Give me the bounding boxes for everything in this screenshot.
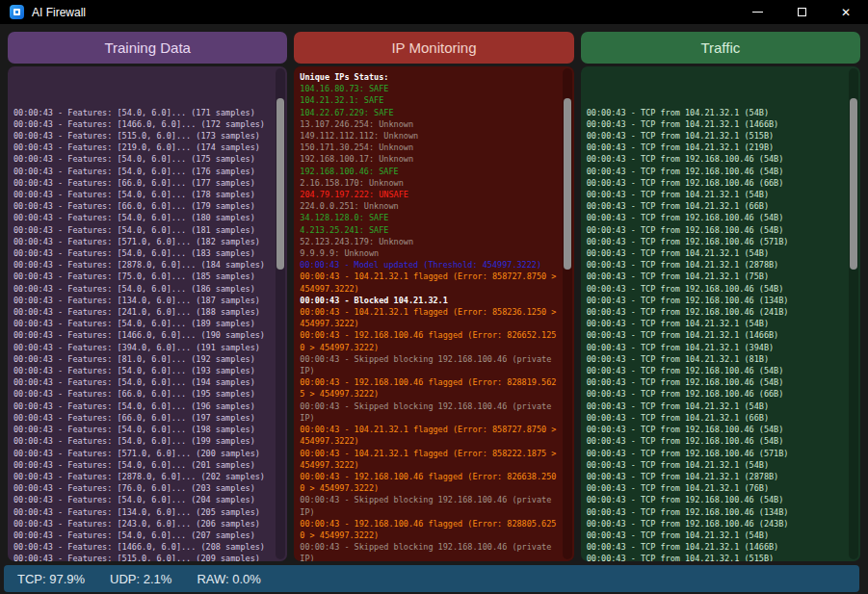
- log-line: 00:00:43 - Features: [54.0, 6.0]... (201…: [13, 459, 272, 471]
- log-line: 00:00:43 - TCP from 192.168.100.46 (54B): [587, 424, 845, 435]
- log-line: 00:00:43 - TCP from 104.21.32.1 (66B): [587, 200, 845, 212]
- training-data-log[interactable]: 00:00:43 - Features: [54.0, 6.0]... (171…: [8, 66, 287, 561]
- log-line: 00:00:43 - 192.168.100.46 flagged (Error…: [300, 518, 558, 541]
- log-line: 00:00:43 - Features: [54.0, 6.0]... (180…: [13, 212, 272, 223]
- ip-scrollbar-thumb[interactable]: [564, 98, 571, 271]
- log-line: 00:00:43 - Features: [241.0, 6.0]... (18…: [13, 306, 272, 318]
- log-line: 00:00:43 - Features: [54.0, 6.0]... (175…: [13, 153, 272, 165]
- log-line: 00:00:43 - TCP from 104.21.32.1 (219B): [587, 142, 845, 153]
- log-line: 00:00:43 - TCP from 192.168.100.46 (134B…: [587, 506, 845, 518]
- log-line: 00:00:43 - Features: [54.0, 6.0]... (196…: [13, 400, 272, 412]
- log-line: 00:00:43 - Features: [54.0, 6.0]... (189…: [13, 318, 272, 329]
- log-line: 00:00:43 - TCP from 104.21.32.1 (81B): [587, 353, 845, 365]
- log-line: 00:00:43 - TCP from 192.168.100.46 (54B): [587, 224, 845, 236]
- log-line: 00:00:43 - Features: [54.0, 6.0]... (176…: [13, 166, 272, 177]
- window-controls: ✕: [735, 0, 868, 24]
- log-line: 00:00:43 - Features: [54.0, 6.0]... (199…: [13, 435, 272, 447]
- log-line: 00:00:43 - TCP from 192.168.100.46 (571B…: [587, 448, 845, 459]
- log-line: 00:00:43 - Features: [1466.0, 6.0]... (1…: [13, 329, 272, 341]
- log-line: 00:00:43 - Features: [54.0, 6.0]... (171…: [13, 107, 272, 118]
- status-udp: UDP: 2.1%: [110, 572, 171, 586]
- ip-scrollbar[interactable]: [563, 68, 572, 559]
- log-line: 00:00:43 - Model updated (Threshold: 454…: [300, 259, 558, 271]
- log-line: 00:00:43 - TCP from 104.21.32.1 (54B): [587, 189, 845, 200]
- status-bar: TCP: 97.9% UDP: 2.1% RAW: 0.0%: [4, 565, 859, 592]
- log-line: 00:00:43 - Features: [81.0, 6.0]... (192…: [13, 353, 272, 365]
- log-line: 00:00:43 - TCP from 104.21.32.1 (1466B): [587, 541, 845, 553]
- log-line: 00:00:43 - TCP from 104.21.32.1 (394B): [587, 342, 845, 353]
- log-line: 00:00:43 - Features: [243.0, 6.0]... (20…: [13, 518, 272, 529]
- training-scrollbar-thumb[interactable]: [276, 98, 284, 271]
- log-line: 00:00:43 - Features: [1466.0, 6.0]... (1…: [13, 118, 272, 130]
- training-data-title: Training Data: [104, 39, 191, 56]
- log-line: 00:00:43 - Features: [75.0, 6.0]... (185…: [13, 271, 272, 282]
- ip-monitoring-title: IP Monitoring: [391, 39, 476, 56]
- log-line: 00:00:43 - TCP from 192.168.100.46 (571B…: [587, 236, 845, 247]
- log-line: 00:00:43 - Features: [54.0, 6.0]... (204…: [13, 494, 272, 505]
- minimize-button[interactable]: [735, 0, 779, 24]
- ip-monitoring-header: IP Monitoring: [294, 32, 573, 64]
- log-line: 224.0.0.251: Unknown: [300, 200, 558, 212]
- log-line: 00:00:43 - Features: [571.0, 6.0]... (20…: [13, 448, 272, 459]
- log-line: Unique IPs Status:: [300, 71, 558, 83]
- log-line: 00:00:43 - Features: [54.0, 6.0]... (194…: [13, 376, 272, 388]
- maximize-button[interactable]: [779, 0, 824, 24]
- log-line: 00:00:43 - 104.21.32.1 flagged (Error: 8…: [300, 448, 558, 471]
- status-raw: RAW: 0.0%: [197, 572, 260, 586]
- traffic-header: Traffic: [581, 32, 860, 64]
- log-line: 00:00:43 - Features: [571.0, 6.0]... (18…: [13, 236, 272, 247]
- log-line: 00:00:43 - TCP from 192.168.100.46 (66B): [587, 388, 845, 400]
- log-line: 00:00:43 - TCP from 192.168.100.46 (241B…: [587, 306, 845, 318]
- log-line: 00:00:43 - TCP from 104.21.32.1 (515B): [587, 130, 845, 142]
- log-line: 00:00:43 - Features: [134.0, 6.0]... (18…: [13, 295, 272, 306]
- status-tcp: TCP: 97.9%: [17, 572, 85, 586]
- log-line: 00:00:43 - Features: [219.0, 6.0]... (17…: [13, 142, 272, 153]
- maximize-icon: [798, 8, 806, 16]
- log-line: 9.9.9.9: Unknown: [300, 247, 558, 259]
- log-line: 00:00:43 - TCP from 192.168.100.46 (54B): [587, 376, 845, 388]
- log-line: 192.168.100.46: SAFE: [300, 166, 558, 177]
- log-line: 00:00:43 - TCP from 104.21.32.1 (75B): [587, 271, 845, 282]
- log-line: 00:00:43 - Features: [66.0, 6.0]... (177…: [13, 177, 272, 189]
- log-line: 00:00:43 - Features: [2878.0, 6.0]... (1…: [13, 259, 272, 271]
- log-line: 00:00:43 - Features: [66.0, 6.0]... (179…: [13, 200, 272, 212]
- log-line: 00:00:43 - TCP from 192.168.100.46 (54B): [587, 166, 845, 177]
- log-line: 104.22.67.229: SAFE: [300, 107, 558, 118]
- traffic-scrollbar-thumb[interactable]: [850, 98, 857, 271]
- log-line: 00:00:43 - TCP from 192.168.100.46 (54B): [587, 153, 845, 165]
- log-line: 4.213.25.241: SAFE: [300, 224, 558, 236]
- minimize-icon: [752, 12, 763, 13]
- log-line: 00:00:43 - Blocked 104.21.32.1: [300, 295, 558, 306]
- ip-monitoring-log[interactable]: Unique IPs Status:104.16.80.73: SAFE104.…: [294, 66, 573, 561]
- traffic-title: Traffic: [700, 39, 740, 56]
- log-line: 00:00:43 - Features: [134.0, 6.0]... (20…: [13, 506, 272, 518]
- log-line: 00:00:43 - TCP from 104.21.32.1 (54B): [587, 529, 845, 541]
- log-line: 00:00:43 - Features: [2878.0, 6.0]... (2…: [13, 471, 272, 482]
- log-line: 00:00:43 - Features: [76.0, 6.0]... (203…: [13, 482, 272, 494]
- titlebar[interactable]: AI Firewall ✕: [0, 0, 868, 24]
- traffic-log[interactable]: 00:00:43 - TCP from 104.21.32.1 (54B)00:…: [581, 66, 860, 561]
- log-line: 00:00:43 - Skipped blocking 192.168.100.…: [300, 353, 558, 376]
- log-line: 192.168.100.17: Unknown: [300, 153, 558, 165]
- log-line: 34.128.128.0: SAFE: [300, 212, 558, 223]
- log-line: 204.79.197.222: UNSAFE: [300, 189, 558, 200]
- log-line: 00:00:43 - Features: [54.0, 6.0]... (178…: [13, 189, 272, 200]
- traffic-scrollbar[interactable]: [849, 68, 858, 559]
- close-button[interactable]: ✕: [824, 0, 868, 24]
- training-data-header: Training Data: [8, 32, 287, 64]
- log-line: 00:00:43 - TCP from 104.21.32.1 (2878B): [587, 259, 845, 271]
- panels-row: Training Data 00:00:43 - Features: [54.0…: [8, 32, 860, 561]
- log-line: 00:00:43 - Features: [1466.0, 6.0]... (2…: [13, 541, 272, 553]
- log-line: 00:00:43 - TCP from 192.168.100.46 (134B…: [587, 295, 845, 306]
- log-line: 00:00:43 - 104.21.32.1 flagged (Error: 8…: [300, 306, 558, 329]
- log-line: 00:00:43 - Features: [515.0, 6.0]... (17…: [13, 130, 272, 142]
- log-line: 00:00:43 - Features: [54.0, 6.0]... (181…: [13, 224, 272, 236]
- traffic-panel: Traffic 00:00:43 - TCP from 104.21.32.1 …: [581, 32, 860, 561]
- app-icon-inner-square: [13, 9, 20, 15]
- log-line: 00:00:43 - 192.168.100.46 flagged (Error…: [300, 329, 558, 352]
- log-line: 00:00:43 - TCP from 192.168.100.46 (243B…: [587, 518, 845, 529]
- training-scrollbar[interactable]: [276, 68, 285, 559]
- training-data-panel: Training Data 00:00:43 - Features: [54.0…: [8, 32, 287, 561]
- log-line: 00:00:43 - TCP from 104.21.32.1 (1466B): [587, 118, 845, 130]
- log-line: 2.16.158.170: Unknown: [300, 177, 558, 189]
